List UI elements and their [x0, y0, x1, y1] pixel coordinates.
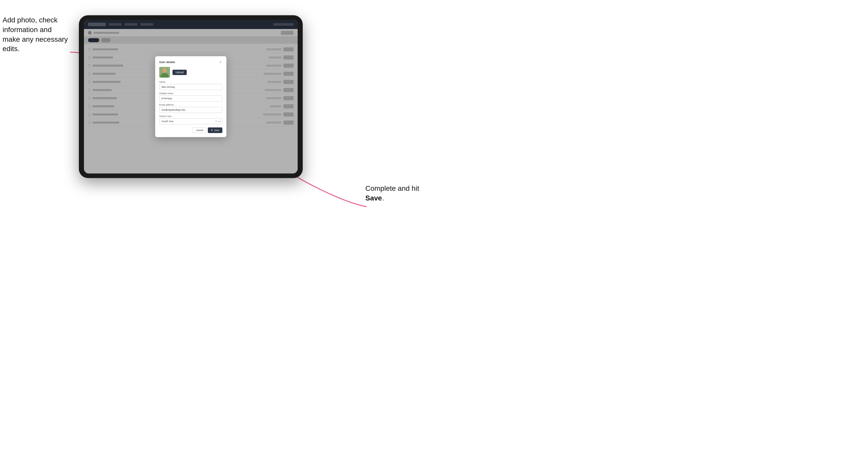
display-name-label: Display name: [159, 92, 222, 95]
school-year-select[interactable]: Fourth Year First Year Second Year Third…: [159, 118, 222, 124]
select-clear-icon[interactable]: ✕: [215, 120, 217, 123]
modal-title: User details: [159, 61, 175, 64]
select-icons: ✕ ▲▼: [215, 120, 221, 123]
upload-button[interactable]: Upload: [173, 70, 187, 75]
close-icon[interactable]: ×: [219, 60, 222, 64]
tablet-shell: User details × Upload: [79, 15, 303, 178]
email-field-group: Email address: [159, 103, 222, 113]
modal-header: User details ×: [159, 60, 222, 64]
avatar: [159, 67, 170, 77]
display-name-input[interactable]: [159, 95, 222, 101]
school-year-select-wrapper: Fourth Year First Year Second Year Third…: [159, 118, 222, 124]
name-input[interactable]: [159, 84, 222, 90]
email-label: Email address: [159, 103, 222, 106]
name-field-group: Name: [159, 81, 222, 90]
save-button[interactable]: ⬆ Save: [208, 127, 222, 133]
tablet-screen: User details × Upload: [84, 20, 298, 174]
annotation-left: Add photo, check information and make an…: [3, 15, 69, 54]
avatar-image: [159, 67, 170, 77]
photo-section: Upload: [159, 67, 222, 77]
save-label: Save: [214, 129, 219, 131]
cancel-button[interactable]: Cancel: [193, 127, 206, 133]
modal-overlay: User details × Upload: [84, 20, 298, 174]
email-input[interactable]: [159, 107, 222, 113]
modal-footer: Cancel ⬆ Save: [159, 127, 222, 133]
display-name-field-group: Display name: [159, 92, 222, 101]
user-details-modal: User details × Upload: [155, 56, 226, 137]
school-year-field-group: School Year Fourth Year First Year Secon…: [159, 115, 222, 124]
school-year-label: School Year: [159, 115, 222, 118]
svg-point-5: [163, 68, 166, 72]
save-icon: ⬆: [211, 129, 213, 131]
annotation-right: Complete and hit Save.: [365, 184, 431, 203]
chevron-down-icon: ▲▼: [218, 121, 221, 122]
name-label: Name: [159, 81, 222, 83]
